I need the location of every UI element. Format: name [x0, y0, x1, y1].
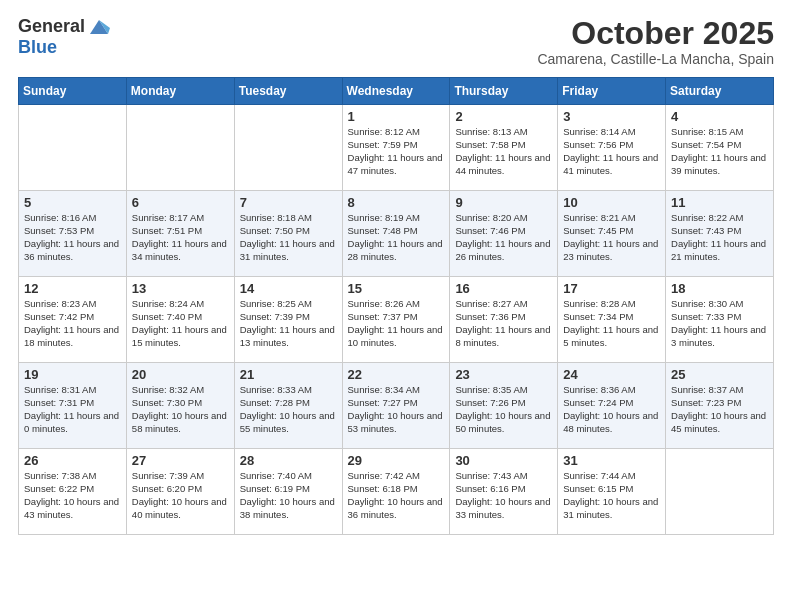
- calendar-cell: [666, 449, 774, 535]
- day-number: 17: [563, 281, 660, 296]
- day-number: 25: [671, 367, 768, 382]
- day-info: Sunrise: 8:14 AM Sunset: 7:56 PM Dayligh…: [563, 126, 660, 177]
- calendar-cell: 11Sunrise: 8:22 AM Sunset: 7:43 PM Dayli…: [666, 191, 774, 277]
- day-number: 31: [563, 453, 660, 468]
- col-header-tuesday: Tuesday: [234, 78, 342, 105]
- calendar-week-row: 26Sunrise: 7:38 AM Sunset: 6:22 PM Dayli…: [19, 449, 774, 535]
- day-info: Sunrise: 8:17 AM Sunset: 7:51 PM Dayligh…: [132, 212, 229, 263]
- day-info: Sunrise: 8:24 AM Sunset: 7:40 PM Dayligh…: [132, 298, 229, 349]
- day-info: Sunrise: 8:20 AM Sunset: 7:46 PM Dayligh…: [455, 212, 552, 263]
- day-number: 7: [240, 195, 337, 210]
- day-number: 11: [671, 195, 768, 210]
- calendar-cell: 3Sunrise: 8:14 AM Sunset: 7:56 PM Daylig…: [558, 105, 666, 191]
- day-number: 8: [348, 195, 445, 210]
- day-info: Sunrise: 8:27 AM Sunset: 7:36 PM Dayligh…: [455, 298, 552, 349]
- day-info: Sunrise: 8:35 AM Sunset: 7:26 PM Dayligh…: [455, 384, 552, 435]
- day-number: 16: [455, 281, 552, 296]
- day-info: Sunrise: 7:42 AM Sunset: 6:18 PM Dayligh…: [348, 470, 445, 521]
- calendar-cell: 1Sunrise: 8:12 AM Sunset: 7:59 PM Daylig…: [342, 105, 450, 191]
- day-number: 22: [348, 367, 445, 382]
- day-info: Sunrise: 8:26 AM Sunset: 7:37 PM Dayligh…: [348, 298, 445, 349]
- day-info: Sunrise: 8:28 AM Sunset: 7:34 PM Dayligh…: [563, 298, 660, 349]
- calendar-cell: 8Sunrise: 8:19 AM Sunset: 7:48 PM Daylig…: [342, 191, 450, 277]
- calendar-cell: 30Sunrise: 7:43 AM Sunset: 6:16 PM Dayli…: [450, 449, 558, 535]
- calendar-cell: [19, 105, 127, 191]
- day-number: 13: [132, 281, 229, 296]
- calendar-week-row: 19Sunrise: 8:31 AM Sunset: 7:31 PM Dayli…: [19, 363, 774, 449]
- day-info: Sunrise: 7:40 AM Sunset: 6:19 PM Dayligh…: [240, 470, 337, 521]
- calendar-cell: 27Sunrise: 7:39 AM Sunset: 6:20 PM Dayli…: [126, 449, 234, 535]
- day-info: Sunrise: 8:22 AM Sunset: 7:43 PM Dayligh…: [671, 212, 768, 263]
- logo-blue-text: Blue: [18, 37, 57, 57]
- col-header-monday: Monday: [126, 78, 234, 105]
- day-number: 5: [24, 195, 121, 210]
- day-info: Sunrise: 8:36 AM Sunset: 7:24 PM Dayligh…: [563, 384, 660, 435]
- calendar-cell: 5Sunrise: 8:16 AM Sunset: 7:53 PM Daylig…: [19, 191, 127, 277]
- calendar-cell: 23Sunrise: 8:35 AM Sunset: 7:26 PM Dayli…: [450, 363, 558, 449]
- day-number: 20: [132, 367, 229, 382]
- day-number: 29: [348, 453, 445, 468]
- calendar-cell: 10Sunrise: 8:21 AM Sunset: 7:45 PM Dayli…: [558, 191, 666, 277]
- col-header-sunday: Sunday: [19, 78, 127, 105]
- col-header-saturday: Saturday: [666, 78, 774, 105]
- day-info: Sunrise: 8:34 AM Sunset: 7:27 PM Dayligh…: [348, 384, 445, 435]
- page: General Blue October 2025 Camarena, Cast…: [0, 0, 792, 612]
- title-block: October 2025 Camarena, Castille-La Manch…: [537, 16, 774, 67]
- day-info: Sunrise: 7:38 AM Sunset: 6:22 PM Dayligh…: [24, 470, 121, 521]
- day-number: 24: [563, 367, 660, 382]
- day-info: Sunrise: 8:18 AM Sunset: 7:50 PM Dayligh…: [240, 212, 337, 263]
- logo: General Blue: [18, 16, 110, 58]
- day-number: 14: [240, 281, 337, 296]
- day-info: Sunrise: 8:16 AM Sunset: 7:53 PM Dayligh…: [24, 212, 121, 263]
- calendar-cell: 25Sunrise: 8:37 AM Sunset: 7:23 PM Dayli…: [666, 363, 774, 449]
- calendar: SundayMondayTuesdayWednesdayThursdayFrid…: [18, 77, 774, 535]
- calendar-cell: 14Sunrise: 8:25 AM Sunset: 7:39 PM Dayli…: [234, 277, 342, 363]
- calendar-cell: 2Sunrise: 8:13 AM Sunset: 7:58 PM Daylig…: [450, 105, 558, 191]
- day-info: Sunrise: 7:43 AM Sunset: 6:16 PM Dayligh…: [455, 470, 552, 521]
- calendar-cell: 4Sunrise: 8:15 AM Sunset: 7:54 PM Daylig…: [666, 105, 774, 191]
- calendar-cell: 22Sunrise: 8:34 AM Sunset: 7:27 PM Dayli…: [342, 363, 450, 449]
- day-info: Sunrise: 8:25 AM Sunset: 7:39 PM Dayligh…: [240, 298, 337, 349]
- day-number: 3: [563, 109, 660, 124]
- day-number: 9: [455, 195, 552, 210]
- calendar-cell: 20Sunrise: 8:32 AM Sunset: 7:30 PM Dayli…: [126, 363, 234, 449]
- calendar-week-row: 5Sunrise: 8:16 AM Sunset: 7:53 PM Daylig…: [19, 191, 774, 277]
- day-info: Sunrise: 8:15 AM Sunset: 7:54 PM Dayligh…: [671, 126, 768, 177]
- calendar-cell: 6Sunrise: 8:17 AM Sunset: 7:51 PM Daylig…: [126, 191, 234, 277]
- calendar-cell: 15Sunrise: 8:26 AM Sunset: 7:37 PM Dayli…: [342, 277, 450, 363]
- day-info: Sunrise: 8:30 AM Sunset: 7:33 PM Dayligh…: [671, 298, 768, 349]
- calendar-cell: [126, 105, 234, 191]
- day-number: 6: [132, 195, 229, 210]
- day-number: 2: [455, 109, 552, 124]
- day-info: Sunrise: 8:31 AM Sunset: 7:31 PM Dayligh…: [24, 384, 121, 435]
- calendar-cell: 9Sunrise: 8:20 AM Sunset: 7:46 PM Daylig…: [450, 191, 558, 277]
- location: Camarena, Castille-La Mancha, Spain: [537, 51, 774, 67]
- day-number: 12: [24, 281, 121, 296]
- calendar-cell: [234, 105, 342, 191]
- calendar-cell: 31Sunrise: 7:44 AM Sunset: 6:15 PM Dayli…: [558, 449, 666, 535]
- calendar-cell: 26Sunrise: 7:38 AM Sunset: 6:22 PM Dayli…: [19, 449, 127, 535]
- day-info: Sunrise: 8:32 AM Sunset: 7:30 PM Dayligh…: [132, 384, 229, 435]
- calendar-cell: 16Sunrise: 8:27 AM Sunset: 7:36 PM Dayli…: [450, 277, 558, 363]
- day-number: 30: [455, 453, 552, 468]
- calendar-header-row: SundayMondayTuesdayWednesdayThursdayFrid…: [19, 78, 774, 105]
- col-header-thursday: Thursday: [450, 78, 558, 105]
- calendar-cell: 18Sunrise: 8:30 AM Sunset: 7:33 PM Dayli…: [666, 277, 774, 363]
- calendar-cell: 17Sunrise: 8:28 AM Sunset: 7:34 PM Dayli…: [558, 277, 666, 363]
- day-number: 19: [24, 367, 121, 382]
- day-number: 26: [24, 453, 121, 468]
- month-title: October 2025: [537, 16, 774, 51]
- day-number: 15: [348, 281, 445, 296]
- calendar-cell: 29Sunrise: 7:42 AM Sunset: 6:18 PM Dayli…: [342, 449, 450, 535]
- day-info: Sunrise: 8:23 AM Sunset: 7:42 PM Dayligh…: [24, 298, 121, 349]
- day-number: 28: [240, 453, 337, 468]
- day-number: 1: [348, 109, 445, 124]
- calendar-cell: 28Sunrise: 7:40 AM Sunset: 6:19 PM Dayli…: [234, 449, 342, 535]
- calendar-cell: 24Sunrise: 8:36 AM Sunset: 7:24 PM Dayli…: [558, 363, 666, 449]
- calendar-cell: 13Sunrise: 8:24 AM Sunset: 7:40 PM Dayli…: [126, 277, 234, 363]
- day-info: Sunrise: 8:19 AM Sunset: 7:48 PM Dayligh…: [348, 212, 445, 263]
- day-info: Sunrise: 7:39 AM Sunset: 6:20 PM Dayligh…: [132, 470, 229, 521]
- header: General Blue October 2025 Camarena, Cast…: [18, 16, 774, 67]
- day-number: 4: [671, 109, 768, 124]
- logo-icon: [88, 16, 110, 38]
